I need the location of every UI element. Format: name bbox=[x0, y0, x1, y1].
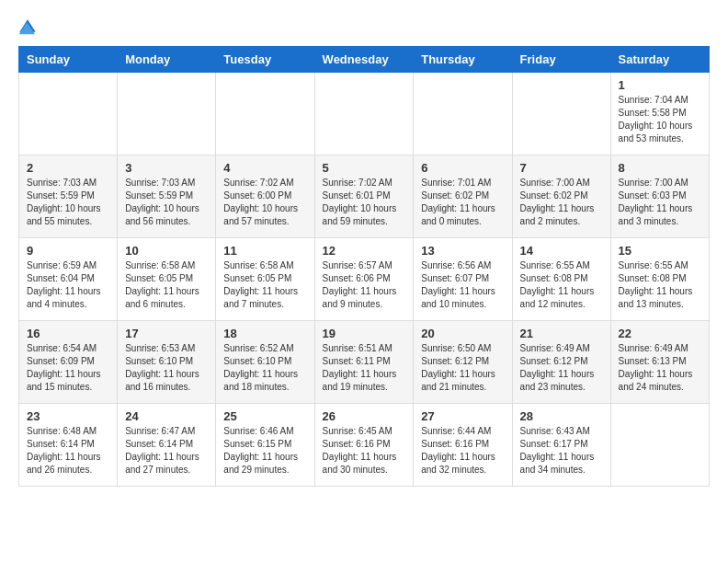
calendar-cell bbox=[118, 73, 216, 155]
calendar-cell: 17Sunrise: 6:53 AM Sunset: 6:10 PM Dayli… bbox=[118, 321, 216, 404]
day-number: 24 bbox=[125, 409, 208, 423]
day-info: Sunrise: 6:46 AM Sunset: 6:15 PM Dayligh… bbox=[223, 425, 306, 477]
calendar-cell bbox=[610, 404, 709, 487]
day-number: 5 bbox=[323, 161, 406, 175]
calendar-cell: 13Sunrise: 6:56 AM Sunset: 6:07 PM Dayli… bbox=[414, 238, 512, 321]
day-number: 21 bbox=[520, 327, 603, 340]
day-number: 19 bbox=[323, 327, 406, 340]
calendar-cell: 25Sunrise: 6:46 AM Sunset: 6:15 PM Dayli… bbox=[216, 404, 314, 487]
calendar-cell: 10Sunrise: 6:58 AM Sunset: 6:05 PM Dayli… bbox=[118, 238, 216, 321]
day-info: Sunrise: 6:58 AM Sunset: 6:05 PM Dayligh… bbox=[125, 259, 208, 311]
calendar-cell: 18Sunrise: 6:52 AM Sunset: 6:10 PM Dayli… bbox=[216, 321, 314, 404]
day-info: Sunrise: 7:02 AM Sunset: 6:01 PM Dayligh… bbox=[323, 177, 406, 228]
day-number: 25 bbox=[223, 409, 306, 423]
calendar-cell: 26Sunrise: 6:45 AM Sunset: 6:16 PM Dayli… bbox=[314, 404, 414, 487]
day-info: Sunrise: 6:56 AM Sunset: 6:07 PM Dayligh… bbox=[421, 259, 504, 311]
day-info: Sunrise: 6:55 AM Sunset: 6:08 PM Dayligh… bbox=[520, 259, 603, 311]
calendar-cell: 7Sunrise: 7:00 AM Sunset: 6:02 PM Daylig… bbox=[512, 155, 610, 238]
calendar-cell bbox=[512, 73, 610, 155]
calendar-cell: 15Sunrise: 6:55 AM Sunset: 6:08 PM Dayli… bbox=[610, 238, 709, 321]
day-number: 7 bbox=[520, 161, 603, 175]
weekday-header-tuesday: Tuesday bbox=[216, 47, 314, 73]
weekday-header-wednesday: Wednesday bbox=[314, 47, 414, 73]
day-info: Sunrise: 7:03 AM Sunset: 5:59 PM Dayligh… bbox=[27, 177, 109, 228]
day-number: 9 bbox=[27, 244, 109, 258]
calendar-cell: 16Sunrise: 6:54 AM Sunset: 6:09 PM Dayli… bbox=[19, 321, 118, 404]
weekday-header-sunday: Sunday bbox=[19, 47, 118, 73]
day-number: 13 bbox=[421, 244, 504, 258]
weekday-header-friday: Friday bbox=[512, 47, 610, 73]
calendar-header-row: SundayMondayTuesdayWednesdayThursdayFrid… bbox=[19, 47, 710, 73]
day-info: Sunrise: 7:00 AM Sunset: 6:03 PM Dayligh… bbox=[619, 177, 701, 228]
day-number: 8 bbox=[619, 161, 701, 175]
calendar-cell bbox=[314, 73, 414, 155]
day-number: 2 bbox=[27, 161, 109, 175]
day-number: 27 bbox=[421, 409, 504, 423]
calendar-cell: 5Sunrise: 7:02 AM Sunset: 6:01 PM Daylig… bbox=[314, 155, 414, 238]
calendar-cell bbox=[216, 73, 314, 155]
day-info: Sunrise: 6:58 AM Sunset: 6:05 PM Dayligh… bbox=[223, 259, 306, 311]
day-info: Sunrise: 6:45 AM Sunset: 6:16 PM Dayligh… bbox=[323, 425, 406, 477]
day-number: 28 bbox=[520, 409, 603, 423]
calendar-cell: 3Sunrise: 7:03 AM Sunset: 5:59 PM Daylig… bbox=[118, 155, 216, 238]
day-number: 17 bbox=[125, 327, 208, 340]
calendar-cell: 12Sunrise: 6:57 AM Sunset: 6:06 PM Dayli… bbox=[314, 238, 414, 321]
calendar-week-row: 23Sunrise: 6:48 AM Sunset: 6:14 PM Dayli… bbox=[19, 404, 710, 487]
day-info: Sunrise: 6:52 AM Sunset: 6:10 PM Dayligh… bbox=[223, 342, 306, 394]
calendar-cell: 23Sunrise: 6:48 AM Sunset: 6:14 PM Dayli… bbox=[19, 404, 118, 487]
calendar-cell: 11Sunrise: 6:58 AM Sunset: 6:05 PM Dayli… bbox=[216, 238, 314, 321]
day-info: Sunrise: 6:49 AM Sunset: 6:12 PM Dayligh… bbox=[520, 342, 603, 394]
day-number: 20 bbox=[421, 327, 504, 340]
calendar-cell: 8Sunrise: 7:00 AM Sunset: 6:03 PM Daylig… bbox=[610, 155, 709, 238]
logo bbox=[18, 18, 40, 37]
day-info: Sunrise: 6:50 AM Sunset: 6:12 PM Dayligh… bbox=[421, 342, 504, 394]
day-number: 4 bbox=[223, 161, 306, 175]
day-number: 16 bbox=[27, 327, 109, 340]
calendar-cell: 6Sunrise: 7:01 AM Sunset: 6:02 PM Daylig… bbox=[414, 155, 512, 238]
day-number: 6 bbox=[421, 161, 504, 175]
day-number: 15 bbox=[619, 244, 701, 258]
day-info: Sunrise: 7:01 AM Sunset: 6:02 PM Dayligh… bbox=[421, 177, 504, 228]
day-info: Sunrise: 6:59 AM Sunset: 6:04 PM Dayligh… bbox=[27, 259, 109, 311]
day-info: Sunrise: 6:48 AM Sunset: 6:14 PM Dayligh… bbox=[27, 425, 109, 477]
day-number: 22 bbox=[619, 327, 701, 340]
day-info: Sunrise: 6:44 AM Sunset: 6:16 PM Dayligh… bbox=[421, 425, 504, 477]
calendar-cell: 4Sunrise: 7:02 AM Sunset: 6:00 PM Daylig… bbox=[216, 155, 314, 238]
calendar-week-row: 9Sunrise: 6:59 AM Sunset: 6:04 PM Daylig… bbox=[19, 238, 710, 321]
day-info: Sunrise: 6:49 AM Sunset: 6:13 PM Dayligh… bbox=[619, 342, 701, 394]
calendar-cell: 20Sunrise: 6:50 AM Sunset: 6:12 PM Dayli… bbox=[414, 321, 512, 404]
day-info: Sunrise: 6:47 AM Sunset: 6:14 PM Dayligh… bbox=[125, 425, 208, 477]
day-number: 3 bbox=[125, 161, 208, 175]
day-number: 18 bbox=[223, 327, 306, 340]
day-info: Sunrise: 6:43 AM Sunset: 6:17 PM Dayligh… bbox=[520, 425, 603, 477]
day-info: Sunrise: 7:03 AM Sunset: 5:59 PM Dayligh… bbox=[125, 177, 208, 228]
day-number: 14 bbox=[520, 244, 603, 258]
logo-icon bbox=[18, 18, 37, 37]
calendar-cell: 28Sunrise: 6:43 AM Sunset: 6:17 PM Dayli… bbox=[512, 404, 610, 487]
calendar-week-row: 2Sunrise: 7:03 AM Sunset: 5:59 PM Daylig… bbox=[19, 155, 710, 238]
calendar-cell bbox=[19, 73, 118, 155]
calendar-cell: 21Sunrise: 6:49 AM Sunset: 6:12 PM Dayli… bbox=[512, 321, 610, 404]
calendar-week-row: 1Sunrise: 7:04 AM Sunset: 5:58 PM Daylig… bbox=[19, 73, 710, 155]
calendar-cell: 27Sunrise: 6:44 AM Sunset: 6:16 PM Dayli… bbox=[414, 404, 512, 487]
day-number: 26 bbox=[323, 409, 406, 423]
day-info: Sunrise: 7:02 AM Sunset: 6:00 PM Dayligh… bbox=[223, 177, 306, 228]
weekday-header-monday: Monday bbox=[118, 47, 216, 73]
calendar-cell: 22Sunrise: 6:49 AM Sunset: 6:13 PM Dayli… bbox=[610, 321, 709, 404]
day-info: Sunrise: 7:00 AM Sunset: 6:02 PM Dayligh… bbox=[520, 177, 603, 228]
day-info: Sunrise: 6:57 AM Sunset: 6:06 PM Dayligh… bbox=[323, 259, 406, 311]
day-info: Sunrise: 6:55 AM Sunset: 6:08 PM Dayligh… bbox=[619, 259, 701, 311]
calendar-week-row: 16Sunrise: 6:54 AM Sunset: 6:09 PM Dayli… bbox=[19, 321, 710, 404]
weekday-header-saturday: Saturday bbox=[610, 47, 709, 73]
calendar-table: SundayMondayTuesdayWednesdayThursdayFrid… bbox=[18, 46, 710, 487]
day-info: Sunrise: 6:54 AM Sunset: 6:09 PM Dayligh… bbox=[27, 342, 109, 394]
day-number: 1 bbox=[619, 78, 701, 92]
day-info: Sunrise: 6:53 AM Sunset: 6:10 PM Dayligh… bbox=[125, 342, 208, 394]
day-info: Sunrise: 7:04 AM Sunset: 5:58 PM Dayligh… bbox=[619, 94, 701, 145]
calendar-cell: 19Sunrise: 6:51 AM Sunset: 6:11 PM Dayli… bbox=[314, 321, 414, 404]
calendar-cell: 14Sunrise: 6:55 AM Sunset: 6:08 PM Dayli… bbox=[512, 238, 610, 321]
weekday-header-thursday: Thursday bbox=[414, 47, 512, 73]
day-info: Sunrise: 6:51 AM Sunset: 6:11 PM Dayligh… bbox=[323, 342, 406, 394]
calendar-cell: 24Sunrise: 6:47 AM Sunset: 6:14 PM Dayli… bbox=[118, 404, 216, 487]
calendar-cell bbox=[414, 73, 512, 155]
